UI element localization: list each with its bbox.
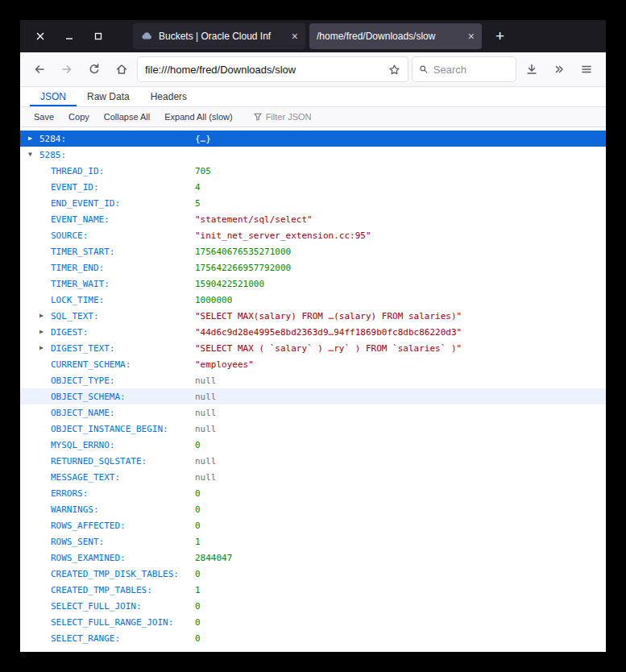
tab-raw-data[interactable]: Raw Data [77,87,140,106]
downloads-button[interactable] [520,58,543,81]
json-tree-row[interactable]: EVENT_NAME: "statement/sql/select" [20,211,606,227]
url-input[interactable] [145,64,388,76]
json-tree-row[interactable]: TIMER_END: 175642266957792000 [20,259,606,276]
json-tree-row[interactable]: THREAD_ID: 705 [20,163,606,179]
json-value: 0 [195,504,201,515]
json-tree-row[interactable]: ▶ DIGEST: "44d6c9d28e4995e8bd2363d9…94ff… [20,324,606,340]
json-tree-row[interactable]: OBJECT_TYPE: null [20,372,606,388]
json-value: "SELECT MAX ( `salary` ) …ry` ) FROM `sa… [195,343,462,354]
json-tree-row[interactable]: TIMER_START: 175640676535271000 [20,243,606,259]
navigation-toolbar [20,52,606,87]
json-key: ROWS_SENT: [51,537,104,547]
json-key: CREATED_TMP_TABLES: [51,585,152,595]
tab-close-button[interactable]: × [468,31,475,42]
expand-arrow-icon[interactable]: ▼ [28,147,39,163]
filter-box [253,112,335,122]
tab-json[interactable]: JSON [30,87,77,106]
json-key: SQL_TEXT: [51,311,99,321]
expand-arrow-icon[interactable]: ▶ [39,324,51,340]
close-window-button[interactable] [35,31,46,42]
json-tree-row[interactable]: SELECT_FULL_JOIN: 0 [20,598,606,614]
json-key: DIGEST_TEXT: [51,343,114,354]
overflow-menu-button[interactable] [548,58,570,81]
json-tree-row[interactable]: TIMER_WAIT: 1590422521000 [20,276,606,292]
double-chevron-icon [553,63,566,76]
json-tree-row[interactable]: SELECT_FULL_RANGE_JOIN: 0 [20,614,606,630]
json-tree-row[interactable]: ROWS_EXAMINED: 2844047 [20,550,606,566]
json-value: null [195,424,217,434]
expand-all-button[interactable]: Expand All (slow) [157,107,239,127]
home-button[interactable] [110,58,133,81]
close-icon [35,31,45,41]
json-tree-row[interactable]: ROWS_SENT: 1 [20,533,606,550]
json-value: 1 [195,537,201,547]
json-value: 705 [195,166,211,176]
json-tree-row[interactable]: SOURCE: "init_net_server_extension.cc:95… [20,227,606,243]
json-tree-row[interactable]: CURRENT_SCHEMA: "employees" [20,356,606,372]
json-value: 0 [195,617,201,628]
new-tab-button[interactable]: + [495,27,504,45]
back-button[interactable] [28,58,51,81]
json-key: SELECT_FULL_JOIN: [51,601,142,612]
json-value: null [195,456,217,467]
maximize-window-button[interactable] [93,31,104,42]
json-tree-row[interactable]: ROWS_AFFECTED: 0 [20,517,606,533]
json-key: TIMER_WAIT: [51,279,110,289]
json-tree-row[interactable]: OBJECT_INSTANCE_BEGIN: null [20,421,606,437]
filter-json-input[interactable] [266,112,335,122]
json-tree: ▶ 5284: {…} ▼ 5285: THREAD_ID: 705 EVENT… [20,127,606,652]
json-key: LOCK_TIME: [51,295,104,305]
url-bar[interactable] [138,57,408,81]
expand-arrow-icon[interactable]: ▶ [39,340,51,356]
json-value: null [195,472,217,483]
json-key: SELECT_FULL_RANGE_JOIN: [51,617,173,628]
json-value: 4 [195,182,201,193]
minimize-window-button[interactable] [64,31,75,42]
back-icon [33,63,46,76]
save-button[interactable]: Save [27,107,61,127]
json-tree-row[interactable]: EVENT_ID: 4 [20,179,606,195]
star-icon [388,64,400,76]
tab-headers[interactable]: Headers [140,87,197,106]
json-key: ERRORS: [51,488,88,499]
json-tree-row[interactable]: SELECT_RANGE: 0 [20,630,606,646]
json-value: 5 [195,198,201,209]
json-value: null [195,408,217,418]
json-tree-row[interactable]: WARNINGS: 0 [20,501,606,517]
expand-arrow-icon[interactable]: ▶ [39,308,51,324]
search-bar[interactable] [412,57,516,81]
json-tree-row[interactable]: CREATED_TMP_TABLES: 1 [20,582,606,598]
json-key: MYSQL_ERRNO: [51,440,114,450]
json-tree-row[interactable]: RETURNED_SQLSTATE: null [20,453,606,469]
reload-button[interactable] [83,58,106,81]
json-tree-row[interactable]: ▶ 5284: {…} [20,131,606,147]
search-input[interactable] [433,64,509,76]
collapse-all-button[interactable]: Collapse All [97,107,157,127]
json-viewer-toolbar: Save Copy Collapse All Expand All (slow) [20,107,606,127]
json-tree-row[interactable]: ▶ SQL_TEXT: "SELECT MAX(salary) FROM …(s… [20,308,606,324]
json-value: 175640676535271000 [195,247,291,257]
json-tree-row[interactable]: ▶ DIGEST_TEXT: "SELECT MAX ( `salary` ) … [20,340,606,356]
copy-button[interactable]: Copy [61,107,97,127]
browser-tab-oracle-cloud[interactable]: Buckets | Oracle Cloud Inf × [133,23,305,49]
app-menu-button[interactable] [575,58,598,81]
tab-title: Buckets | Oracle Cloud Inf [159,31,287,42]
json-value: null [195,392,217,402]
browser-tab-json-file[interactable]: /home/fred/Downloads/slow × [309,23,482,49]
json-tree-row[interactable]: MESSAGE_TEXT: null [20,469,606,485]
json-tree-row[interactable]: ERRORS: 0 [20,485,606,501]
json-tree-row[interactable]: MYSQL_ERRNO: 0 [20,437,606,453]
json-key: EVENT_NAME: [51,214,110,225]
forward-button[interactable] [56,58,78,81]
tab-close-button[interactable]: × [292,31,298,42]
json-tree-row[interactable]: CREATED_TMP_DISK_TABLES: 0 [20,566,606,582]
json-tree-row[interactable]: OBJECT_NAME: null [20,404,606,421]
json-tree-row[interactable]: END_EVENT_ID: 5 [20,195,606,211]
json-tree-row[interactable]: LOCK_TIME: 1000000 [20,292,606,308]
json-tree-row[interactable]: ▼ 5285: [20,147,606,163]
expand-arrow-icon[interactable]: ▶ [28,131,39,147]
home-icon [115,63,128,76]
bookmark-star-button[interactable] [388,64,400,76]
json-value: 0 [195,488,201,499]
json-tree-row[interactable]: OBJECT_SCHEMA: null [20,388,606,404]
